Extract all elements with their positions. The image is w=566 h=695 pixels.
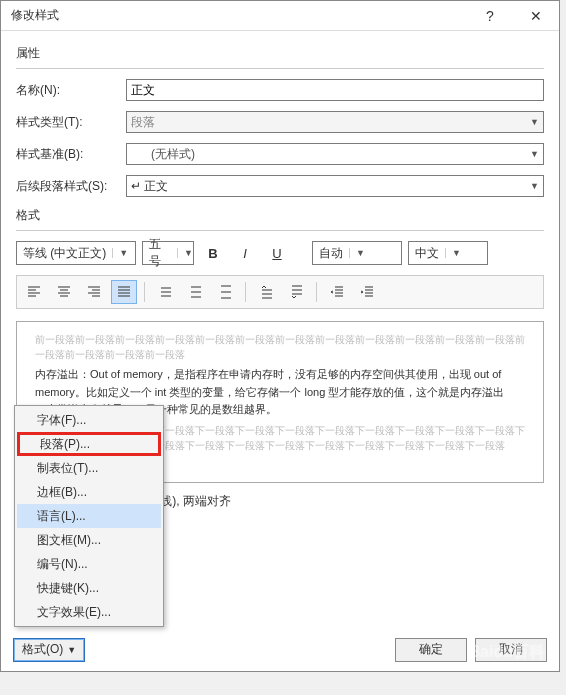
format-section-label: 格式 (16, 207, 544, 224)
paragraph-toolbar (16, 275, 544, 309)
color-combo[interactable]: 自动▼ (312, 241, 402, 265)
preview-ghost-prev: 前一段落前一段落前一段落前一段落前一段落前一段落前一段落前一段落前一段落前一段落… (35, 332, 525, 362)
lang-combo[interactable]: 中文▼ (408, 241, 488, 265)
align-center-button[interactable] (51, 280, 77, 304)
menu-shortcut[interactable]: 快捷键(K)... (17, 576, 161, 600)
italic-button[interactable]: I (232, 241, 258, 265)
close-button[interactable]: ✕ (513, 1, 559, 31)
menu-texteffects[interactable]: 文字效果(E)... (17, 600, 161, 624)
line-spacing-1-button[interactable] (152, 280, 178, 304)
underline-button[interactable]: U (264, 241, 290, 265)
indent-increase-button[interactable] (354, 280, 380, 304)
cancel-button[interactable]: 取消 (475, 638, 547, 662)
line-spacing-2-button[interactable] (212, 280, 238, 304)
indent-decrease-button[interactable] (324, 280, 350, 304)
dialog-footer: 格式(O)▼ 确定 取消 (1, 627, 559, 671)
name-label: 名称(N): (16, 82, 126, 99)
based-on-select[interactable]: (无样式)▼ (126, 143, 544, 165)
menu-font[interactable]: 字体(F)... (17, 408, 161, 432)
dialog-title: 修改样式 (11, 7, 59, 24)
bold-button[interactable]: B (200, 241, 226, 265)
align-left-button[interactable] (21, 280, 47, 304)
based-on-label: 样式基准(B): (16, 146, 126, 163)
help-button[interactable]: ? (467, 1, 513, 31)
titlebar: 修改样式 ? ✕ (1, 1, 559, 31)
line-spacing-15-button[interactable] (182, 280, 208, 304)
chevron-down-icon: ▼ (530, 117, 539, 127)
menu-paragraph[interactable]: 段落(P)... (17, 432, 161, 456)
style-type-label: 样式类型(T): (16, 114, 126, 131)
next-style-label: 后续段落样式(S): (16, 178, 126, 195)
chevron-down-icon[interactable]: ▼ (112, 248, 128, 258)
format-button[interactable]: 格式(O)▼ (13, 638, 85, 662)
chevron-down-icon[interactable]: ▼ (177, 248, 193, 258)
menu-border[interactable]: 边框(B)... (17, 480, 161, 504)
space-before-inc-button[interactable] (253, 280, 279, 304)
properties-section-label: 属性 (16, 45, 544, 62)
next-style-select[interactable]: ↵ 正文▼ (126, 175, 544, 197)
window-controls: ? ✕ (467, 1, 559, 31)
align-justify-button[interactable] (111, 280, 137, 304)
chevron-down-icon[interactable]: ▼ (530, 181, 539, 191)
size-combo[interactable]: 五号▼ (142, 241, 194, 265)
menu-tabs[interactable]: 制表位(T)... (17, 456, 161, 480)
chevron-down-icon[interactable]: ▼ (349, 248, 365, 258)
dropdown-arrow-icon: ▼ (67, 645, 76, 655)
space-before-dec-button[interactable] (283, 280, 309, 304)
style-type-select: 段落▼ (126, 111, 544, 133)
chevron-down-icon[interactable]: ▼ (530, 149, 539, 159)
menu-frame[interactable]: 图文框(M)... (17, 528, 161, 552)
menu-language[interactable]: 语言(L)... (17, 504, 161, 528)
align-right-button[interactable] (81, 280, 107, 304)
format-dropdown-menu: 字体(F)... 段落(P)... 制表位(T)... 边框(B)... 语言(… (14, 405, 164, 627)
ok-button[interactable]: 确定 (395, 638, 467, 662)
modify-style-dialog: 修改样式 ? ✕ 属性 名称(N): 样式类型(T): 段落▼ 样式基准(B): (0, 0, 560, 672)
menu-numbering[interactable]: 编号(N)... (17, 552, 161, 576)
chevron-down-icon[interactable]: ▼ (445, 248, 461, 258)
name-input[interactable] (126, 79, 544, 101)
font-combo[interactable]: 等线 (中文正文)▼ (16, 241, 136, 265)
